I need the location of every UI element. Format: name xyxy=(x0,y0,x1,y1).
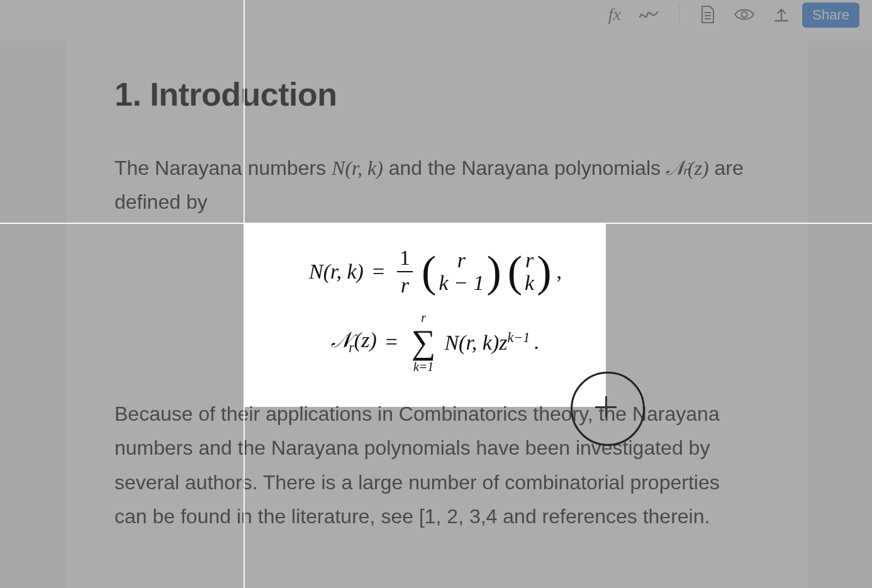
equation-line-2: 𝒩r(z) = r ∑ k=1 N(r, k)zk−1 . xyxy=(256,311,615,373)
binomial-r-k: ( r k ) xyxy=(508,249,552,294)
screenshot-dim-bottom xyxy=(0,407,872,588)
screenshot-dim-right xyxy=(606,223,872,407)
fraction-1-over-r: 1 r xyxy=(397,246,413,297)
screenshot-dim-top xyxy=(0,0,872,223)
selection-guide-vertical xyxy=(243,0,245,588)
equation-line-1: N(r, k) = 1 r ( r k − 1 ) xyxy=(256,246,615,297)
summation-symbol: r ∑ k=1 xyxy=(411,311,436,373)
equation-block: N(r, k) = 1 r ( r k − 1 ) xyxy=(256,233,615,379)
selection-guide-horizontal xyxy=(0,223,872,224)
binomial-r-k-1: ( r k − 1 ) xyxy=(422,249,501,294)
app-canvas: fx Share 1. Introduction The xyxy=(0,0,872,588)
screenshot-dim-left xyxy=(0,223,244,407)
